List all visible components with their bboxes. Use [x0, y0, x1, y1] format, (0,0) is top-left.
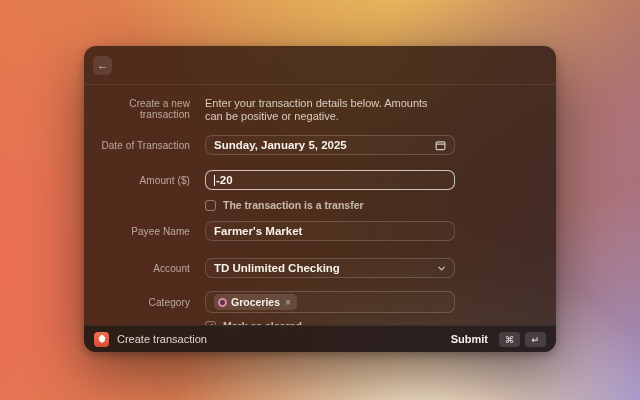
- account-value: TD Unlimited Checking: [214, 262, 340, 274]
- transfer-checkbox-label: The transaction is a transfer: [223, 199, 364, 211]
- transfer-checkbox[interactable]: [205, 200, 216, 211]
- account-select[interactable]: TD Unlimited Checking: [205, 258, 455, 278]
- category-dot-icon: [218, 298, 227, 307]
- form-description: Enter your transaction details below. Am…: [205, 97, 440, 123]
- category-label: Category: [100, 297, 190, 308]
- date-label: Date of Transaction: [100, 140, 190, 151]
- command-key-icon: ⌘: [499, 332, 520, 347]
- calendar-icon[interactable]: [435, 140, 446, 151]
- command-name: Create transaction: [117, 333, 207, 345]
- create-transaction-window: ← Create a new transaction Enter your tr…: [84, 46, 556, 352]
- back-button[interactable]: ←: [93, 56, 112, 75]
- account-label: Account: [100, 263, 190, 274]
- form: Create a new transaction Enter your tran…: [84, 85, 556, 332]
- window-header: ←: [84, 46, 556, 84]
- date-value: Sunday, January 5, 2025: [214, 139, 347, 151]
- category-row: Category Groceries ×: [100, 291, 540, 313]
- return-key-icon: ↵: [525, 332, 546, 347]
- amount-row: Amount ($) -20: [100, 170, 540, 190]
- category-tag[interactable]: Groceries ×: [214, 294, 297, 310]
- chevron-down-icon: [437, 264, 446, 273]
- date-input[interactable]: Sunday, January 5, 2025: [205, 135, 455, 155]
- text-caret: [214, 175, 215, 186]
- form-intro-row: Create a new transaction Enter your tran…: [100, 97, 540, 123]
- form-title: Create a new transaction: [100, 97, 190, 120]
- payee-label: Payee Name: [100, 226, 190, 237]
- payee-input[interactable]: Farmer's Market: [205, 221, 455, 241]
- action-bar: Create transaction Submit ⌘ ↵: [84, 325, 556, 352]
- amount-input[interactable]: -20: [205, 170, 455, 190]
- date-row: Date of Transaction Sunday, January 5, 2…: [100, 135, 540, 155]
- category-tag-label: Groceries: [231, 296, 280, 308]
- amount-label: Amount ($): [100, 175, 190, 186]
- category-input[interactable]: Groceries ×: [205, 291, 455, 313]
- submit-button[interactable]: Submit: [451, 333, 488, 345]
- payee-value: Farmer's Market: [214, 225, 302, 237]
- account-row: Account TD Unlimited Checking: [100, 258, 540, 278]
- payee-row: Payee Name Farmer's Market: [100, 221, 540, 241]
- transfer-row: The transaction is a transfer: [100, 199, 540, 211]
- amount-value: -20: [216, 174, 233, 186]
- transfer-checkbox-group[interactable]: The transaction is a transfer: [205, 199, 364, 211]
- extension-logo-icon: [94, 332, 109, 347]
- remove-tag-icon[interactable]: ×: [285, 297, 291, 308]
